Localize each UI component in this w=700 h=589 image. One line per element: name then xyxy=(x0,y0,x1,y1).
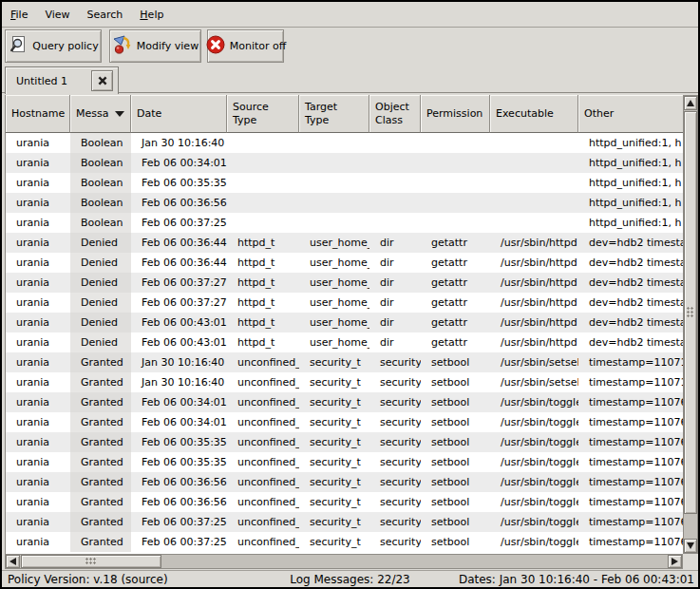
modify-view-button[interactable]: Modify view xyxy=(109,29,201,63)
table-cell: Feb 06 00:35:35 xyxy=(131,173,227,193)
menu-help[interactable]: Help xyxy=(131,6,172,24)
table-cell: Boolean xyxy=(70,193,131,213)
column-header-label: Permission xyxy=(426,107,482,121)
table-row[interactable]: uraniaDeniedFeb 06 00:36:44httpd_tuser_h… xyxy=(6,253,684,273)
table-cell: Feb 06 00:37:25 xyxy=(131,213,227,233)
table-row[interactable]: uraniaBooleanFeb 06 00:37:25httpd_unifie… xyxy=(6,213,684,233)
table-row[interactable]: uraniaGrantedFeb 06 00:36:56unconfined_s… xyxy=(6,472,684,492)
table-row[interactable]: uraniaBooleanJan 30 10:16:40httpd_unifie… xyxy=(6,133,684,153)
table-cell: urania xyxy=(6,452,70,472)
sort-desc-icon xyxy=(115,111,124,117)
column-header-executable[interactable]: Executable xyxy=(490,95,578,133)
horizontal-scrollbar[interactable] xyxy=(5,554,683,569)
table-cell: security_t xyxy=(299,412,369,432)
vertical-scrollbar[interactable] xyxy=(683,95,698,554)
table-cell: Granted xyxy=(70,532,131,552)
scroll-left-button[interactable] xyxy=(6,555,20,568)
table-cell: setbool xyxy=(421,512,490,532)
table-cell: Granted xyxy=(70,352,131,372)
table-cell: urania xyxy=(6,213,70,233)
table-row[interactable]: uraniaDeniedFeb 06 00:37:27httpd_tuser_h… xyxy=(6,273,684,293)
table-row[interactable]: uraniaDeniedFeb 06 00:37:27httpd_tuser_h… xyxy=(6,293,684,313)
table-cell xyxy=(369,153,421,173)
table-cell: Jan 30 10:16:40 xyxy=(131,372,227,392)
column-header-label: Target Type xyxy=(305,101,337,127)
right-arrow-icon xyxy=(672,558,678,565)
table-cell: httpd_t xyxy=(227,253,299,273)
table-cell: /usr/sbin/toggle xyxy=(490,452,578,472)
table-cell: urania xyxy=(6,293,70,313)
table-cell: unconfined_ xyxy=(227,392,299,412)
scroll-up-button[interactable] xyxy=(684,96,697,110)
status-bar: Policy Version: v.18 (source) Log Messag… xyxy=(2,570,698,588)
table-row[interactable]: uraniaBooleanFeb 06 00:36:56httpd_unifie… xyxy=(6,193,684,213)
table-cell: Granted xyxy=(70,472,131,492)
column-header-target-type[interactable]: Target Type xyxy=(299,95,369,133)
menu-file[interactable]: File xyxy=(2,6,36,24)
vertical-scrollbar-thumb[interactable] xyxy=(684,111,697,514)
table-cell: getattr xyxy=(421,253,490,273)
table-cell: Jan 30 10:16:40 xyxy=(131,133,227,153)
table-cell: user_home_ xyxy=(299,253,369,273)
table-row[interactable]: uraniaDeniedFeb 06 00:43:01httpd_tuser_h… xyxy=(6,332,684,352)
table-cell: httpd_unified:1, h xyxy=(578,213,684,233)
table-cell xyxy=(227,193,299,213)
table-row[interactable]: uraniaGrantedFeb 06 00:35:35unconfined_s… xyxy=(6,432,684,452)
menu-search[interactable]: Search xyxy=(79,6,132,24)
table-cell: dev=hdb2 timesta xyxy=(578,273,684,293)
table-row[interactable]: uraniaDeniedFeb 06 00:36:44httpd_tuser_h… xyxy=(6,233,684,253)
table-cell: Feb 06 00:35:35 xyxy=(131,452,227,472)
table-row[interactable]: uraniaGrantedFeb 06 00:35:35unconfined_s… xyxy=(6,452,684,472)
table-row[interactable]: uraniaDeniedFeb 06 00:43:01httpd_tuser_h… xyxy=(6,313,684,332)
scroll-down-button[interactable] xyxy=(684,539,697,553)
menu-bar: FileViewSearchHelp xyxy=(2,2,698,28)
table-row[interactable]: uraniaBooleanFeb 06 00:34:01httpd_unifie… xyxy=(6,153,684,173)
table-cell xyxy=(369,213,421,233)
table-row[interactable]: uraniaGrantedFeb 06 00:37:25unconfined_s… xyxy=(6,532,684,552)
column-header-source-type[interactable]: Source Type xyxy=(227,95,299,133)
scroll-right-button[interactable] xyxy=(668,555,682,568)
table-cell: Feb 06 00:43:01 xyxy=(131,313,227,332)
table-cell: /usr/sbin/httpd xyxy=(490,313,578,332)
table-cell: setbool xyxy=(421,452,490,472)
table-cell: setbool xyxy=(421,472,490,492)
down-arrow-icon xyxy=(687,542,694,549)
tab-untitled-1[interactable]: Untitled 1 xyxy=(5,66,119,94)
column-header-permission[interactable]: Permission xyxy=(421,95,490,133)
table-cell: setbool xyxy=(421,432,490,452)
column-header-label: Hostname xyxy=(11,107,65,121)
tab-close-button[interactable] xyxy=(91,70,113,91)
column-header-date[interactable]: Date xyxy=(131,95,227,133)
table-cell xyxy=(421,213,490,233)
table-cell: setbool xyxy=(421,352,490,372)
table-cell: Feb 06 00:36:56 xyxy=(131,193,227,213)
table-row[interactable]: uraniaGrantedFeb 06 00:37:25unconfined_s… xyxy=(6,512,684,532)
column-header-hostname[interactable]: Hostname xyxy=(6,95,70,133)
table-cell: urania xyxy=(6,532,70,552)
table-cell: Feb 06 00:36:44 xyxy=(131,253,227,273)
table-row[interactable]: uraniaGrantedJan 30 10:16:40unconfined_s… xyxy=(6,352,684,372)
table-row[interactable]: uraniaGrantedFeb 06 00:36:56unconfined_s… xyxy=(6,492,684,512)
query-policy-button[interactable]: Query policy xyxy=(5,29,102,63)
table-cell: timestamp=11076 xyxy=(578,412,684,432)
monitor-off-icon xyxy=(205,34,226,58)
horizontal-scrollbar-thumb[interactable] xyxy=(21,555,161,568)
table-row[interactable]: uraniaGrantedFeb 06 00:34:01unconfined_s… xyxy=(6,412,684,432)
table-cell: urania xyxy=(6,193,70,213)
menu-view[interactable]: View xyxy=(36,6,78,24)
table-cell: httpd_t xyxy=(227,332,299,352)
left-arrow-icon xyxy=(9,558,16,565)
monitor-off-button[interactable]: Monitor off xyxy=(207,29,284,63)
column-header-messa[interactable]: Messa xyxy=(70,95,131,133)
table-cell: httpd_t xyxy=(227,233,299,253)
table-cell: urania xyxy=(6,332,70,352)
table-row[interactable]: uraniaGrantedFeb 06 00:34:01unconfined_s… xyxy=(6,392,684,412)
table-cell xyxy=(299,173,369,193)
table-cell: Feb 06 00:37:25 xyxy=(131,512,227,532)
table-cell xyxy=(299,213,369,233)
table-row[interactable]: uraniaGrantedJan 30 10:16:40unconfined_s… xyxy=(6,372,684,392)
column-header-object-class[interactable]: Object Class xyxy=(369,95,421,133)
table-row[interactable]: uraniaBooleanFeb 06 00:35:35httpd_unifie… xyxy=(6,173,684,193)
table-cell: Granted xyxy=(70,452,131,472)
column-header-other[interactable]: Other xyxy=(578,95,684,133)
